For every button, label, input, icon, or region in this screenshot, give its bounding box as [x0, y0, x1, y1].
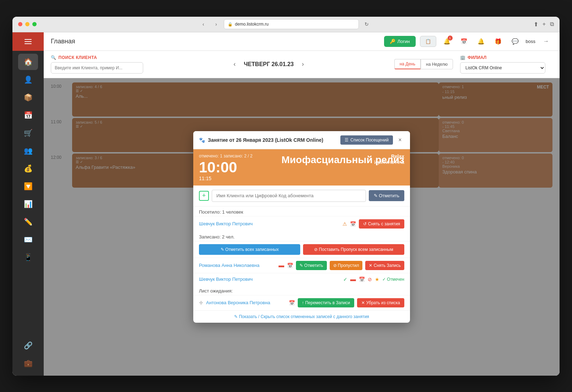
enrolled-label: Записано: 2 чел. [193, 231, 410, 241]
notifications-btn[interactable]: 🔔 1 [441, 35, 453, 48]
sidebar: 🏠 👤 📦 📅 🛒 👥 💰 🔽 📊 ✏️ ✉️ 📱 🔗 💼 [12, 32, 44, 376]
sidebar-item-people[interactable]: 👥 [18, 143, 38, 159]
share-icon[interactable]: ⬆ [534, 21, 538, 28]
mac-titlebar: ‹ › 🔒 demo.listokcrm.ru ↻ ⬆ + ⧉ [12, 17, 560, 32]
mac-window: ‹ › 🔒 demo.listokcrm.ru ↻ ⬆ + ⧉ 🏠 👤 [12, 17, 560, 376]
lock-icon: 🔒 [228, 22, 233, 27]
sidebar-item-integrations[interactable]: 🔗 [18, 337, 38, 354]
enrolled-row-2: Шевчук Виктор Петрович ✓ ▬ 📅 ⊘ ★ ✓ Отмеч… [193, 273, 410, 285]
visits-list-btn[interactable]: ☰ Список Посещений [340, 135, 393, 145]
warning-icon: ⚠ [342, 221, 347, 227]
menu-icon[interactable] [25, 39, 32, 44]
sidebar-item-shop[interactable]: 🛒 [18, 125, 38, 141]
marked-label: ✓ Отмечен [382, 277, 404, 282]
visitors-label: Посетило: 1 человек [193, 206, 410, 216]
sidebar-item-calendar[interactable]: 📅 [18, 107, 38, 123]
skip-enrolled-1-btn[interactable]: ⊘ Пропустил [330, 261, 363, 270]
date-nav: ‹ ЧЕТВЕРГ 26.01.23 › [150, 59, 387, 69]
add-tab-icon[interactable]: + [543, 21, 546, 27]
url-text: demo.listokcrm.ru [235, 22, 269, 27]
calendar-icon-1: 📅 [350, 221, 356, 227]
top-header: Главная 🔑 Логин 📋 🔔 1 📅 🔔 🎁 💬 [44, 32, 560, 51]
modal-close-btn[interactable]: × [396, 136, 404, 144]
enrolled-name-2[interactable]: Шевчук Виктор Петрович [199, 276, 340, 282]
tabs-icon[interactable]: ⧉ [550, 21, 554, 27]
event-banner: отмечено: 1 записано: 2 / 2 10:00 11:15 … [193, 149, 410, 186]
sidebar-item-settings[interactable]: 💼 [18, 355, 38, 371]
back-btn[interactable]: ‹ [198, 19, 208, 29]
remove-enrolled-1-btn[interactable]: ✕ Снять Запись [365, 261, 404, 270]
star-icon: ★ [375, 276, 379, 282]
refresh-btn[interactable]: ↻ [362, 19, 372, 29]
sidebar-bottom: 🔗 💼 [18, 337, 38, 376]
sidebar-item-edit[interactable]: ✏️ [18, 214, 38, 230]
banner-instructor: Relax Иритина Яна Миофасциальный релиз [281, 154, 404, 166]
sub-header: 🔍 ПОИСК КЛИЕНТА ‹ ЧЕТВЕРГ 26.01.23 › на … [44, 51, 560, 78]
add-client-btn[interactable]: + [199, 191, 209, 201]
calendar-icon-2: 📅 [287, 263, 293, 268]
mark-btn[interactable]: ✎ Отметить [369, 190, 404, 201]
prev-date-btn[interactable]: ‹ [230, 59, 239, 69]
mac-fullscreen-btn[interactable] [32, 22, 37, 26]
drag-icon[interactable]: ✛ [199, 300, 203, 306]
chat-btn[interactable]: 💬 [509, 35, 522, 48]
week-view-btn[interactable]: на Неделю [421, 59, 453, 69]
modal-search-row: + ✎ Отметить [193, 186, 410, 206]
sidebar-item-packages[interactable]: 📦 [18, 89, 38, 106]
skip-all-btn[interactable]: ⊘ Поставить Пропуск всем записанным [303, 244, 404, 255]
header-actions: 🔑 Логин 📋 🔔 1 📅 🔔 🎁 💬 boss → [384, 35, 552, 48]
enrolled-name-1[interactable]: Романова Анна Николаевна [199, 263, 276, 268]
modal-title: 🐾 Занятие от 26 Января 2023 (ListOk CRM … [199, 137, 323, 143]
mark-enrolled-1-btn[interactable]: ✎ Отметить [296, 261, 327, 270]
paw-icon: 🐾 [199, 137, 205, 143]
gift-btn[interactable]: 🎁 [492, 35, 504, 48]
banner-top: отмечено: 1 записано: 2 / 2 10:00 11:15 … [199, 154, 404, 181]
mark-all-btn[interactable]: ✎ Отметить всех записанных [199, 244, 300, 255]
remove-from-waitlist-btn[interactable]: ✕ Убрать из списка [357, 298, 404, 307]
calendar-header-btn[interactable]: 📅 [458, 35, 470, 48]
logout-btn[interactable]: → [540, 35, 552, 48]
url-bar[interactable]: 🔒 demo.listokcrm.ru [224, 19, 359, 29]
move-to-enrolled-btn[interactable]: ↑ Переместить в Записи [298, 298, 355, 307]
sidebar-items: 🏠 👤 📦 📅 🛒 👥 💰 🔽 📊 ✏️ ✉️ 📱 [18, 51, 38, 337]
login-button[interactable]: 🔑 Логин [384, 36, 416, 47]
filial-select[interactable]: ListOk CRM Online [460, 62, 545, 74]
view-toggle: на День на Неделю [394, 59, 453, 69]
forward-btn[interactable]: › [211, 19, 221, 29]
day-view-btn[interactable]: на День [394, 59, 421, 69]
sidebar-item-mail[interactable]: ✉️ [18, 231, 38, 248]
bell-btn[interactable]: 🔔 [475, 35, 487, 48]
show-cancelled-link[interactable]: ✎ Показать / Скрыть список отмененных за… [193, 310, 410, 323]
user-name[interactable]: boss [526, 39, 535, 44]
titlebar-right: ⬆ + ⧉ [534, 21, 554, 28]
current-date: ЧЕТВЕРГ 26.01.23 [244, 61, 293, 68]
sidebar-item-clients[interactable]: 👤 [18, 71, 38, 88]
sidebar-item-home[interactable]: 🏠 [18, 54, 38, 70]
page-title: Главная [51, 38, 75, 45]
waitlist-name-1[interactable]: Антонова Вероника Петровна [206, 300, 286, 305]
sidebar-item-phone[interactable]: 📱 [18, 249, 38, 265]
card-icon-1: ▬ [279, 262, 284, 269]
modal-body: + ✎ Отметить Посетило: 1 человек Шевчук … [193, 186, 410, 323]
modal-header: 🐾 Занятие от 26 Января 2023 (ListOk CRM … [193, 131, 410, 149]
sidebar-item-finance[interactable]: 💰 [18, 160, 38, 177]
secondary-btn[interactable]: 📋 [420, 36, 436, 47]
visitor-row-1: Шевчук Виктор Петрович ⚠ 📅 ↺ Снять с зан… [193, 216, 410, 231]
sidebar-item-filter[interactable]: 🔽 [18, 178, 38, 194]
next-date-btn[interactable]: › [298, 59, 308, 69]
card-icon-2: ▬ [350, 276, 356, 283]
visitor-name-1[interactable]: Шевчук Виктор Петрович [199, 221, 340, 226]
banner-stats: отмечено: 1 записано: 2 / 2 10:00 11:15 [199, 154, 253, 181]
mac-minimize-btn[interactable] [25, 22, 29, 26]
client-search-input[interactable] [212, 190, 366, 202]
search-input[interactable] [51, 62, 143, 74]
list-icon: ☰ [345, 138, 349, 143]
modal-header-actions: ☰ Список Посещений × [340, 135, 404, 145]
action-buttons-row: ✎ Отметить всех записанных ⊘ Поставить П… [193, 241, 410, 258]
sidebar-top[interactable] [12, 32, 44, 51]
remove-from-class-btn[interactable]: ↺ Снять с занятия [359, 219, 404, 229]
mac-close-btn[interactable] [18, 22, 22, 26]
modal-overlay[interactable]: 🐾 Занятие от 26 Января 2023 (ListOk CRM … [44, 78, 560, 376]
sidebar-item-stats[interactable]: 📊 [18, 196, 38, 212]
filial-label: 🏢 ФИЛИАЛ [460, 55, 552, 60]
